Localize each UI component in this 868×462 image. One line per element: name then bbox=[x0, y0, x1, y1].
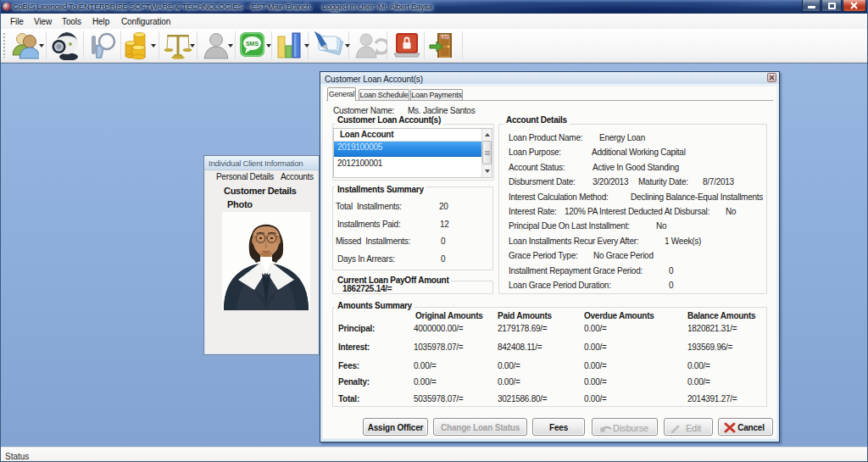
svg-text:SMS: SMS bbox=[246, 41, 259, 47]
svg-text:EXIT: EXIT bbox=[440, 36, 448, 40]
